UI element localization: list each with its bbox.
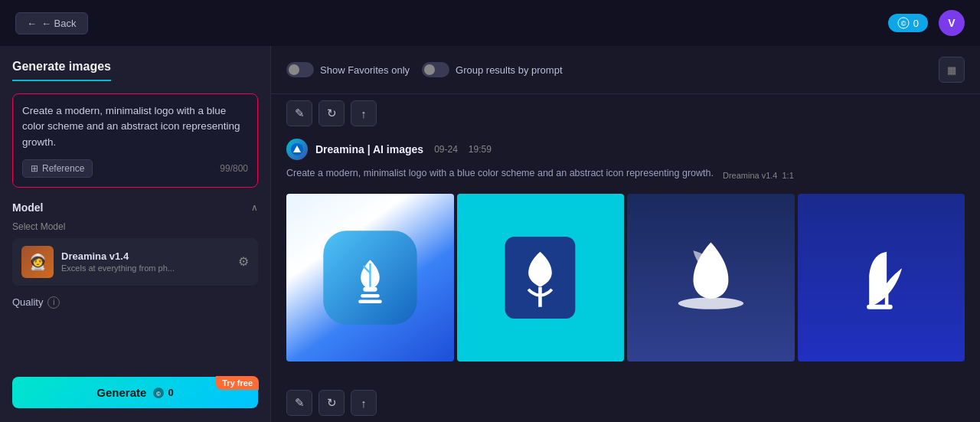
group-by-prompt-label: Group results by prompt bbox=[456, 64, 562, 76]
edit-icon: ✎ bbox=[295, 106, 305, 120]
topbar: ← ← Back © 0 V bbox=[0, 0, 980, 46]
generate-btn-wrapper: Try free Generate © 0 bbox=[12, 366, 258, 408]
result-source: Dreamina | AI images bbox=[315, 143, 423, 155]
svg-text:©: © bbox=[156, 391, 161, 397]
model-settings-icon[interactable]: ⚙ bbox=[238, 254, 249, 269]
credits-value: 0 bbox=[913, 18, 919, 29]
refresh-icon: ↻ bbox=[327, 106, 337, 120]
group-toggle-switch[interactable] bbox=[422, 62, 449, 77]
model-info: Dreamina v1.4 Excels at everything from … bbox=[61, 250, 230, 273]
generate-button[interactable]: Try free Generate © 0 bbox=[12, 377, 258, 408]
generated-image-4[interactable] bbox=[798, 194, 965, 361]
reference-label: Reference bbox=[42, 163, 84, 174]
bottom-refresh-icon: ↻ bbox=[327, 396, 337, 410]
model-section-header: Model ∧ bbox=[12, 201, 258, 214]
chevron-up-icon: ∧ bbox=[251, 202, 258, 213]
bottom-action-bar: ✎ ↻ ↑ bbox=[271, 384, 980, 422]
prompt-footer: ⊞ Reference 99/800 bbox=[22, 159, 248, 178]
sidebar: Generate images Create a modern, minimal… bbox=[0, 46, 271, 422]
svg-rect-9 bbox=[358, 299, 382, 303]
reference-icon: ⊞ bbox=[31, 163, 38, 174]
svg-rect-15 bbox=[867, 304, 893, 309]
result-prompt-row: Create a modern, minimalist logo with a … bbox=[286, 165, 965, 194]
result-time: 19:59 bbox=[469, 144, 492, 155]
back-button[interactable]: ← ← Back bbox=[15, 12, 88, 34]
back-icon: ← bbox=[27, 18, 37, 29]
grid-icon: ▦ bbox=[947, 64, 956, 76]
generate-credits-value: 0 bbox=[168, 387, 173, 398]
result-date: 09-24 bbox=[434, 144, 458, 155]
bottom-upload-icon: ↑ bbox=[361, 397, 367, 410]
svg-rect-7 bbox=[363, 286, 377, 291]
svg-rect-8 bbox=[361, 294, 379, 298]
sidebar-title: Generate images bbox=[12, 60, 111, 81]
result-header: Dreamina | AI images 09-24 19:59 bbox=[286, 132, 965, 165]
quality-info-icon[interactable]: i bbox=[47, 296, 60, 309]
generate-label: Generate bbox=[96, 386, 146, 399]
model-thumbnail: 🧑‍🚀 bbox=[21, 246, 54, 278]
filter-bar: Show Favorites only Group results by pro… bbox=[271, 46, 980, 94]
svg-point-14 bbox=[678, 297, 743, 309]
bottom-edit-button[interactable]: ✎ bbox=[286, 390, 312, 416]
reference-button[interactable]: ⊞ Reference bbox=[22, 159, 93, 178]
main-layout: Generate images Create a modern, minimal… bbox=[0, 46, 980, 422]
logo-svg-2 bbox=[482, 219, 599, 336]
generated-image-2[interactable] bbox=[457, 194, 625, 361]
edit-button[interactable]: ✎ bbox=[286, 100, 312, 126]
bottom-edit-icon: ✎ bbox=[295, 396, 305, 410]
result-model-tag: Dreamina v1.4 bbox=[723, 171, 778, 180]
favorites-toggle-switch[interactable] bbox=[286, 62, 314, 77]
result-area: Dreamina | AI images 09-24 19:59 Create … bbox=[271, 132, 980, 384]
logo-svg-4 bbox=[822, 219, 939, 336]
model-name: Dreamina v1.4 bbox=[61, 250, 230, 262]
char-count: 99/800 bbox=[220, 163, 248, 174]
dreamina-logo-icon bbox=[290, 142, 304, 156]
show-favorites-label: Show Favorites only bbox=[320, 64, 410, 76]
avatar[interactable]: V bbox=[939, 10, 965, 36]
top-action-bar: ✎ ↻ ↑ bbox=[271, 94, 980, 132]
refresh-button[interactable]: ↻ bbox=[318, 100, 345, 126]
upload-icon: ↑ bbox=[361, 107, 367, 120]
bottom-refresh-button[interactable]: ↻ bbox=[318, 390, 345, 416]
generated-image-3[interactable] bbox=[627, 194, 795, 361]
back-label: ← Back bbox=[41, 18, 77, 29]
prompt-text: Create a modern, minimalist logo with a … bbox=[22, 103, 248, 150]
topbar-right: © 0 V bbox=[888, 10, 965, 36]
credits-icon: © bbox=[897, 17, 910, 29]
model-section: Model ∧ Select Model 🧑‍🚀 Dreamina v1.4 E… bbox=[12, 201, 258, 286]
prompt-box[interactable]: Create a modern, minimalist logo with a … bbox=[12, 93, 258, 188]
logo-svg-3 bbox=[652, 219, 769, 336]
result-ratio-tag: 1:1 bbox=[782, 171, 793, 180]
credits-badge: © 0 bbox=[888, 14, 928, 32]
logo-svg-1 bbox=[312, 219, 429, 336]
generated-image-1[interactable] bbox=[286, 194, 454, 361]
try-free-badge: Try free bbox=[216, 376, 259, 390]
model-description: Excels at everything from ph... bbox=[61, 263, 230, 273]
avatar-letter: V bbox=[948, 17, 955, 29]
svg-text:©: © bbox=[900, 20, 906, 28]
group-by-prompt-toggle[interactable]: Group results by prompt bbox=[422, 62, 562, 77]
model-section-label: Model bbox=[12, 201, 43, 214]
quality-row: Quality i bbox=[12, 296, 258, 309]
grid-view-button[interactable]: ▦ bbox=[939, 57, 965, 83]
image-grid bbox=[286, 194, 965, 361]
generate-credits: © 0 bbox=[152, 387, 173, 399]
model-card[interactable]: 🧑‍🚀 Dreamina v1.4 Excels at everything f… bbox=[12, 238, 258, 286]
content-area: Show Favorites only Group results by pro… bbox=[271, 46, 980, 422]
result-prompt-text: Create a modern, minimalist logo with a … bbox=[286, 165, 714, 186]
upload-button[interactable]: ↑ bbox=[351, 100, 377, 126]
quality-label: Quality bbox=[12, 296, 43, 308]
generate-credits-icon: © bbox=[152, 387, 165, 399]
select-model-label: Select Model bbox=[12, 221, 258, 232]
filter-left: Show Favorites only Group results by pro… bbox=[286, 62, 563, 77]
bottom-upload-button[interactable]: ↑ bbox=[351, 390, 377, 416]
dreamina-logo bbox=[286, 139, 308, 160]
show-favorites-toggle[interactable]: Show Favorites only bbox=[286, 62, 410, 77]
